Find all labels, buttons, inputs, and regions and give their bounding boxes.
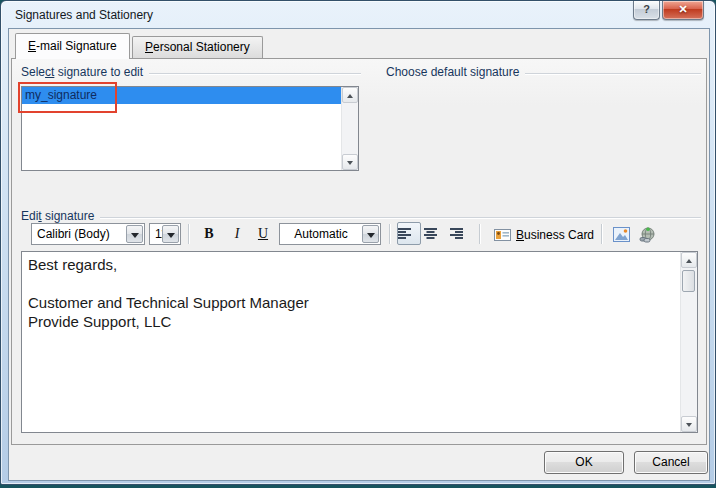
edit-signature-label: Edit signature — [21, 209, 100, 223]
align-right-button[interactable] — [449, 222, 473, 245]
font-size-select[interactable]: 11 — [149, 223, 181, 245]
font-name-value: Calibri (Body) — [37, 227, 110, 241]
hyperlink-globe-icon — [639, 227, 656, 243]
toolbar-separator — [188, 224, 190, 244]
editor-scrollbar[interactable] — [680, 252, 697, 432]
bold-button[interactable]: B — [196, 222, 222, 246]
select-signature-group-header: Select signature to edit — [21, 65, 361, 79]
dropdown-arrow-button[interactable] — [362, 225, 379, 243]
insert-picture-button[interactable] — [611, 224, 632, 245]
underline-button[interactable]: U — [250, 222, 276, 246]
help-icon: ? — [643, 3, 650, 15]
dialog-client-area: E-mail Signature Personal Stationery Sel… — [8, 28, 710, 481]
picture-icon — [613, 227, 630, 242]
italic-icon: I — [235, 226, 240, 241]
scroll-down-button[interactable] — [342, 154, 358, 170]
signature-text[interactable]: Best regards, Customer and Technical Sup… — [28, 255, 673, 429]
select-signature-label: Select signature to edit — [21, 65, 149, 79]
toolbar-separator — [601, 224, 603, 244]
business-card-button[interactable]: Business Card — [487, 223, 601, 246]
align-right-icon — [450, 228, 464, 240]
align-center-button[interactable] — [423, 222, 447, 245]
italic-button[interactable]: I — [224, 222, 250, 246]
scroll-up-icon — [347, 94, 353, 98]
formatting-toolbar: Calibri (Body) 11 B I U Automatic — [21, 222, 701, 248]
scroll-down-icon — [347, 161, 353, 165]
dropdown-arrow-icon — [367, 233, 375, 238]
edit-signature-group-header: Edit signature — [21, 209, 701, 223]
underline-icon: U — [258, 226, 268, 241]
font-color-select[interactable]: Automatic — [279, 223, 381, 245]
group-divider-line — [100, 217, 701, 219]
dialog-window: Signatures and Stationery ? ✕ E-mail Sig… — [0, 0, 716, 485]
insert-hyperlink-button[interactable] — [637, 224, 658, 245]
align-center-icon — [424, 228, 438, 240]
signature-editor[interactable]: Best regards, Customer and Technical Sup… — [21, 251, 698, 433]
help-button[interactable]: ? — [633, 1, 660, 20]
choose-default-signature-label: Choose default signature — [386, 65, 525, 79]
scroll-down-icon — [686, 423, 692, 427]
scroll-down-button[interactable] — [681, 416, 697, 432]
list-item-selected[interactable]: my_signature — [22, 87, 341, 104]
signature-list[interactable]: my_signature — [21, 86, 359, 171]
tab-personal-stationery[interactable]: Personal Stationery — [132, 36, 263, 58]
align-left-button[interactable] — [397, 222, 421, 245]
dropdown-arrow-icon — [131, 233, 139, 238]
title-bar[interactable]: Signatures and Stationery ? ✕ — [1, 1, 715, 28]
font-color-value: Automatic — [280, 227, 362, 241]
scroll-up-button[interactable] — [342, 87, 358, 103]
dropdown-arrow-icon — [167, 233, 175, 238]
group-divider-line — [525, 73, 701, 75]
scroll-thumb[interactable] — [682, 270, 695, 292]
scroll-up-icon — [686, 259, 692, 263]
group-divider-line — [149, 73, 361, 75]
align-left-icon — [398, 228, 412, 240]
dropdown-arrow-button[interactable] — [126, 225, 143, 243]
bold-icon: B — [204, 226, 213, 241]
default-signature-group-header: Choose default signature — [386, 65, 701, 79]
scroll-up-button[interactable] — [681, 252, 697, 268]
signature-list-scrollbar[interactable] — [341, 87, 358, 170]
business-card-icon — [494, 229, 511, 241]
toolbar-separator — [389, 224, 391, 244]
business-card-label: Business Card — [516, 228, 594, 242]
close-icon: ✕ — [678, 3, 687, 15]
dropdown-arrow-button[interactable] — [162, 225, 179, 243]
tab-email-signature[interactable]: E-mail Signature — [15, 33, 130, 59]
close-button[interactable]: ✕ — [662, 1, 704, 20]
toolbar-separator — [479, 224, 481, 244]
font-name-select[interactable]: Calibri (Body) — [31, 223, 145, 245]
cancel-button[interactable]: Cancel — [634, 451, 708, 474]
window-title: Signatures and Stationery — [15, 8, 153, 22]
ok-button[interactable]: OK — [544, 451, 624, 474]
